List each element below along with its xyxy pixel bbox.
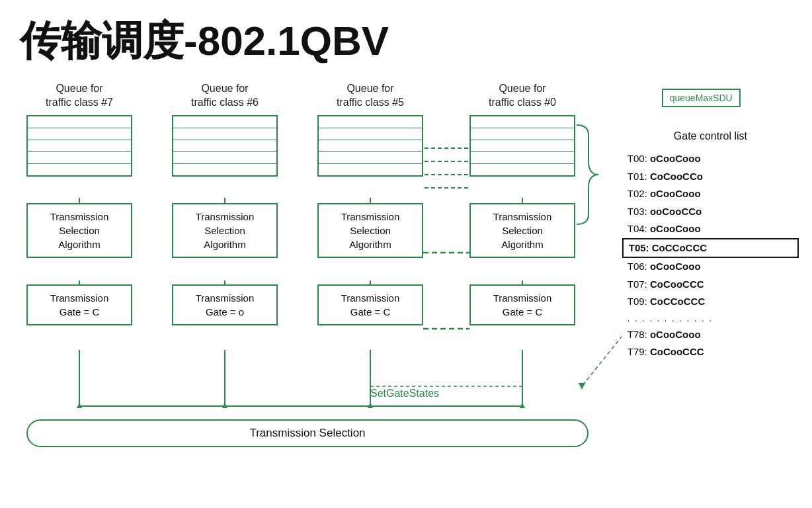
- right-panel: queueMaxSDU Gate control list T00: oCooC…: [622, 82, 799, 452]
- gate-list-item-t02: T02: oCooCooo: [622, 185, 799, 203]
- page-title: 传输调度-802.1QBV: [20, 13, 799, 69]
- gate-list-item-t05: T05: CoCCoCCC: [622, 238, 799, 259]
- queue-label-5: Queue fortraffic class #5: [317, 82, 423, 110]
- gate-list-item-t03: T03: ooCooCCo: [622, 203, 799, 221]
- main-container: 传输调度-802.1QBV: [0, 0, 812, 508]
- tg-box-0: TransmissionGate = C: [469, 284, 575, 325]
- queue-box-5: [317, 115, 423, 177]
- gate-list-item-t06: T06: oCooCooo: [622, 258, 799, 276]
- tg-box-7: TransmissionGate = C: [26, 284, 132, 325]
- transmission-selection-bar: Transmission Selection: [26, 419, 589, 447]
- queue-label-7: Queue fortraffic class #7: [26, 82, 132, 110]
- queue-label-6: Queue fortraffic class #6: [172, 82, 278, 110]
- queue-box-0: [469, 115, 575, 177]
- svg-marker-28: [520, 403, 525, 408]
- gate-list-item-t07: T07: CoCooCCC: [622, 276, 799, 294]
- svg-marker-27: [368, 403, 373, 408]
- gate-list-item-t01: T01: CoCooCCo: [622, 168, 799, 186]
- gate-control-title: Gate control list: [622, 130, 799, 142]
- svg-marker-25: [77, 403, 82, 408]
- tg-box-6: TransmissionGate = o: [172, 284, 278, 325]
- queue-column-5: Queue fortraffic class #5 TransmissionSe…: [317, 82, 423, 325]
- gate-list-item-t78: T78: oCooCooo: [622, 326, 799, 344]
- tg-box-5: TransmissionGate = C: [317, 284, 423, 325]
- tsa-box-7: TransmissionSelectionAlgorithm: [26, 203, 132, 258]
- svg-marker-24: [579, 383, 585, 390]
- queue-label-0: Queue fortraffic class #0: [469, 82, 575, 110]
- tsa-box-0: TransmissionSelectionAlgorithm: [469, 203, 575, 258]
- gate-list-item-t00: T00: oCooCooo: [622, 150, 799, 168]
- tsa-box-5: TransmissionSelectionAlgorithm: [317, 203, 423, 258]
- set-gate-states-label: SetGateStates: [370, 388, 439, 400]
- queue-column-6: Queue fortraffic class #6 TransmissionSe…: [172, 82, 278, 325]
- queue-column-0: Queue fortraffic class #0 TransmissionSe…: [469, 82, 575, 325]
- tsa-box-6: TransmissionSelectionAlgorithm: [172, 203, 278, 258]
- gate-list-item-t79: T79: CoCooCCC: [622, 343, 799, 361]
- queue-box-6: [172, 115, 278, 177]
- gate-list: T00: oCooCoooT01: CoCooCCoT02: oCooCoooT…: [622, 150, 799, 361]
- queue-max-sdu-box: queueMaxSDU: [662, 89, 741, 107]
- svg-line-23: [582, 320, 622, 386]
- gate-list-item-t04: T04: oCooCooo: [622, 220, 799, 238]
- svg-marker-26: [222, 403, 227, 408]
- gate-list-dots: . . . . . . . . . . . .: [622, 311, 799, 326]
- queue-column-7: Queue fortraffic class #7 TransmissionSe…: [26, 82, 132, 325]
- queue-box-7: [26, 115, 132, 177]
- gate-list-item-t09: T09: CoCCoCCC: [622, 293, 799, 311]
